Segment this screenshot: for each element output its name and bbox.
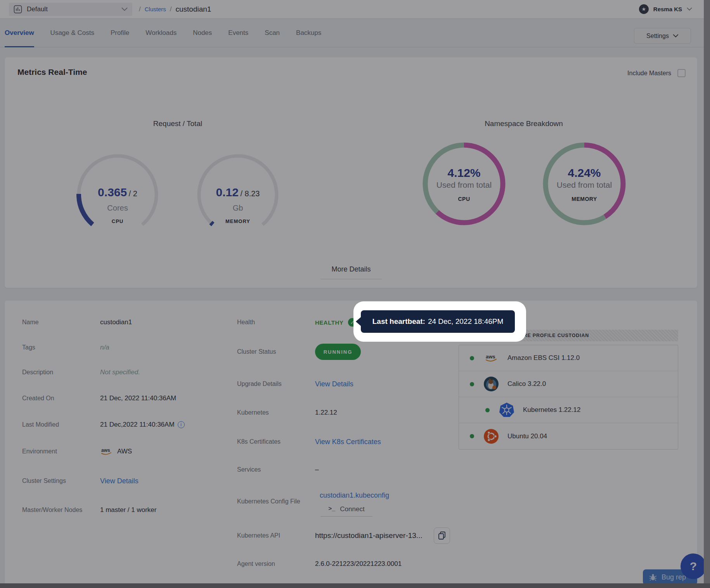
window-bottom-edge: [0, 583, 710, 588]
last-heartbeat-tooltip: Last heartbeat: 24 Dec, 2022 18:46PM: [361, 310, 515, 333]
tooltip-spotlight: Last heartbeat: 24 Dec, 2022 18:46PM: [353, 301, 526, 342]
dim-overlay: [0, 0, 710, 588]
cluster-overview-page: Default / Clusters / custodian1 ★ Resma …: [0, 0, 710, 588]
tooltip-value: 24 Dec, 2022 18:46PM: [428, 317, 503, 326]
scrollbar-strip[interactable]: [704, 0, 710, 588]
tooltip-label: Last heartbeat:: [372, 317, 425, 326]
